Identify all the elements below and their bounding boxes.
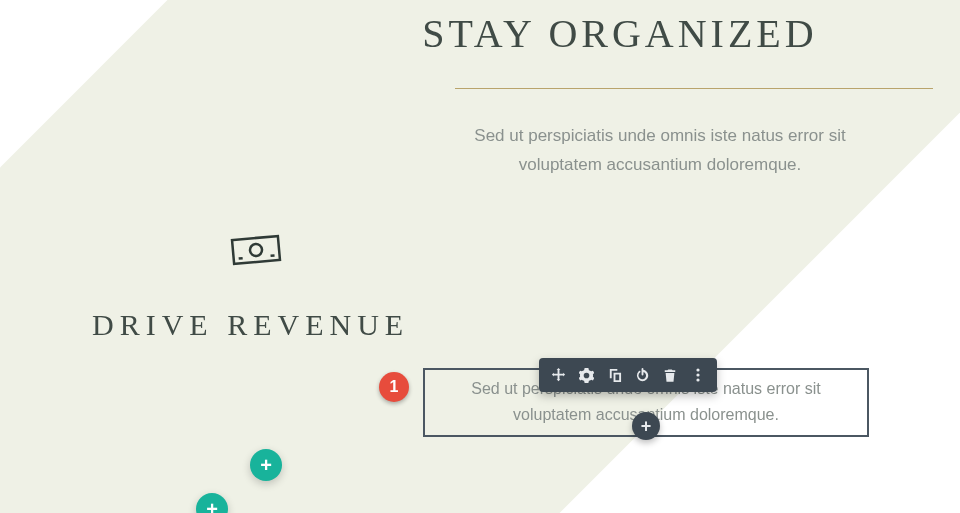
move-icon[interactable] <box>545 362 571 388</box>
svg-rect-0 <box>232 236 280 264</box>
svg-point-6 <box>696 378 699 381</box>
power-icon[interactable] <box>629 362 655 388</box>
svg-point-5 <box>696 373 699 376</box>
trash-icon[interactable] <box>657 362 683 388</box>
money-icon <box>227 230 285 270</box>
annotation-step-1: 1 <box>379 372 409 402</box>
add-row-button[interactable]: + <box>250 449 282 481</box>
stay-organized-body: Sed ut perspiciatis unde omnis iste natu… <box>440 122 880 180</box>
gear-icon[interactable] <box>573 362 599 388</box>
add-module-button[interactable]: + <box>632 412 660 440</box>
module-toolbar <box>539 358 717 392</box>
title-divider <box>455 88 933 89</box>
more-icon[interactable] <box>685 362 711 388</box>
duplicate-icon[interactable] <box>601 362 627 388</box>
stay-organized-title: STAY ORGANIZED <box>310 10 930 57</box>
svg-point-4 <box>696 368 699 371</box>
svg-point-1 <box>249 243 262 256</box>
drive-revenue-title: DRIVE REVENUE <box>92 308 409 342</box>
